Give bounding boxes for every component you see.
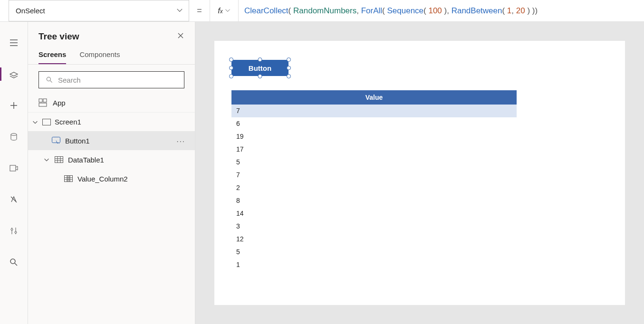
formula-token: 20 [516, 6, 525, 16]
chevron-down-icon [43, 156, 50, 163]
svg-point-3 [15, 231, 17, 233]
chevron-down-icon [170, 7, 183, 15]
formula-token: ( [288, 6, 293, 16]
data-icon[interactable] [0, 129, 28, 144]
insert-icon[interactable] [0, 98, 28, 113]
button-control-icon [52, 137, 60, 144]
tree-item-screen1[interactable]: Screen1 [28, 112, 195, 131]
search-field[interactable] [58, 76, 177, 84]
svg-rect-7 [43, 99, 47, 102]
tree-view-icon[interactable] [0, 67, 28, 82]
table-row[interactable]: 14 [231, 207, 517, 220]
formula-bar-row: OnSelect = fx ClearCollect( RandomNumber… [0, 0, 644, 22]
formula-token: ( [382, 6, 387, 16]
resize-handle[interactable] [229, 57, 233, 62]
hamburger-icon[interactable] [0, 35, 28, 50]
main-area: Tree view Screens Components App Screen [0, 22, 644, 324]
formula-token: RandBetween [452, 6, 502, 16]
svg-point-0 [11, 133, 17, 135]
tree-item-datatable1[interactable]: DataTable1 [28, 150, 195, 169]
left-rail [0, 22, 28, 324]
property-selector[interactable]: OnSelect [9, 0, 189, 21]
search-icon[interactable] [0, 255, 28, 270]
more-icon[interactable]: ··· [176, 137, 185, 145]
formula-input[interactable]: ClearCollect( RandomNumbers, ForAll( Seq… [239, 0, 644, 21]
svg-point-4 [10, 259, 15, 264]
svg-rect-1 [10, 165, 16, 171]
canvas-area: Button Value 76191757281431251 [195, 22, 644, 324]
formula-token: ) )) [525, 6, 538, 16]
fx-icon: fx [218, 6, 223, 16]
table-row[interactable]: 2 [231, 181, 517, 194]
formula-token: , [511, 6, 516, 16]
svg-rect-9 [43, 119, 51, 125]
svg-rect-10 [52, 137, 60, 143]
tree-view-title: Tree view [38, 31, 79, 42]
resize-handle[interactable] [229, 66, 233, 70]
table-row[interactable]: 7 [231, 169, 517, 181]
formula-token: Sequence [387, 6, 423, 16]
formula-token: 100 [428, 6, 442, 16]
tree-item-value-column2[interactable]: Value_Column2 [28, 169, 195, 188]
resize-handle[interactable] [287, 66, 291, 70]
formula-token: ClearCollect [244, 6, 288, 16]
tree-item-label: Button1 [65, 137, 90, 145]
table-icon [55, 156, 63, 163]
advanced-icon[interactable] [0, 192, 28, 207]
table-row[interactable]: 1 [231, 258, 517, 271]
formula-token: ), [442, 6, 452, 16]
tree-item-label: Screen1 [55, 118, 81, 126]
fx-dropdown[interactable]: fx [210, 0, 239, 21]
table-row[interactable]: 19 [231, 130, 517, 143]
search-icon [46, 76, 53, 84]
svg-rect-8 [39, 103, 47, 106]
tree-item-label: Value_Column2 [77, 175, 128, 183]
tree-list: App Screen1 Button1 ··· DataTable1 Value… [28, 93, 195, 324]
tree-view-panel: Tree view Screens Components App Screen [28, 22, 195, 324]
chevron-down-icon [32, 119, 38, 125]
resize-handle[interactable] [258, 57, 262, 62]
formula-token: RandomNumbers [293, 6, 356, 16]
tree-item-app[interactable]: App [28, 93, 195, 112]
formula-token: ( [502, 6, 507, 16]
svg-rect-6 [39, 99, 42, 102]
table-row[interactable]: 12 [231, 233, 517, 246]
table-header[interactable]: Value [231, 90, 517, 105]
resize-handle[interactable] [258, 74, 262, 78]
table-row[interactable]: 17 [231, 143, 517, 156]
close-icon[interactable] [177, 32, 184, 41]
resize-handle[interactable] [287, 74, 291, 78]
svg-point-2 [11, 229, 13, 230]
settings-icon[interactable] [0, 223, 28, 238]
button-control[interactable]: Button [231, 60, 288, 76]
formula-token: ( [423, 6, 428, 16]
formula-token: , [356, 6, 361, 16]
search-input[interactable] [38, 71, 184, 88]
tree-item-label: DataTable1 [68, 156, 104, 164]
tab-screens[interactable]: Screens [38, 47, 66, 64]
screen-canvas[interactable]: Button Value 76191757281431251 [214, 41, 625, 305]
table-row[interactable]: 5 [231, 156, 517, 169]
formula-token: ForAll [361, 6, 382, 16]
tree-tabs: Screens Components [28, 47, 195, 65]
data-table-control[interactable]: Value 76191757281431251 [231, 90, 517, 271]
tab-components[interactable]: Components [79, 47, 120, 64]
table-body: 76191757281431251 [231, 105, 517, 271]
table-row[interactable]: 3 [231, 220, 517, 233]
property-selector-value: OnSelect [9, 7, 45, 15]
screen-icon [42, 119, 51, 125]
button-control-selected[interactable]: Button [231, 60, 288, 76]
table-row[interactable]: 8 [231, 194, 517, 207]
resize-handle[interactable] [287, 57, 291, 62]
svg-point-5 [47, 77, 50, 81]
table-row[interactable]: 7 [231, 105, 517, 117]
table-row[interactable]: 6 [231, 117, 517, 130]
tree-item-label: App [53, 99, 66, 107]
formula-token: 1 [507, 6, 511, 16]
tree-item-button1[interactable]: Button1 ··· [28, 131, 195, 150]
media-icon[interactable] [0, 161, 28, 176]
resize-handle[interactable] [229, 74, 233, 78]
svg-rect-13 [67, 176, 70, 182]
svg-rect-11 [55, 157, 63, 163]
table-row[interactable]: 5 [231, 246, 517, 258]
